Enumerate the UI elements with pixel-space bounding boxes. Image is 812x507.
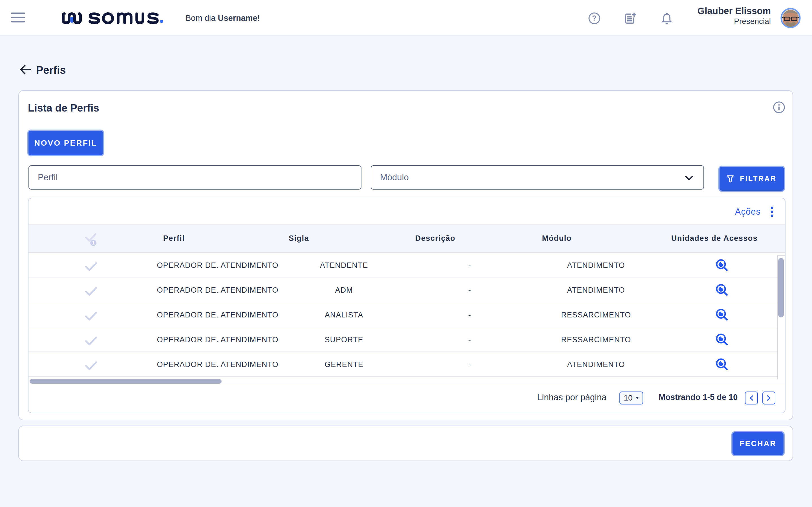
svg-text:?: ? — [592, 14, 597, 22]
svg-text:1: 1 — [92, 240, 94, 245]
